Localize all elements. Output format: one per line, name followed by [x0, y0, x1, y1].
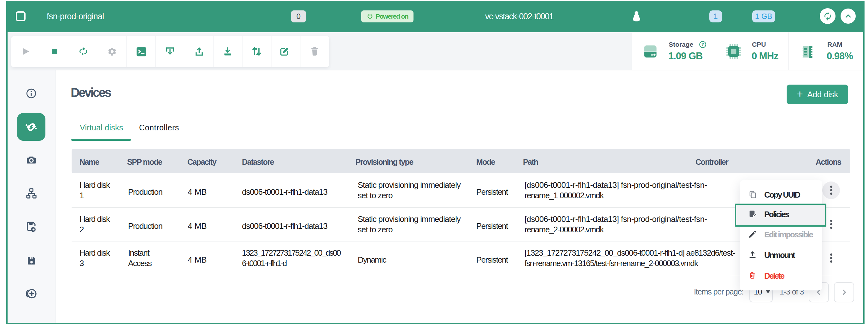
svg-text:?: ? — [702, 42, 704, 47]
